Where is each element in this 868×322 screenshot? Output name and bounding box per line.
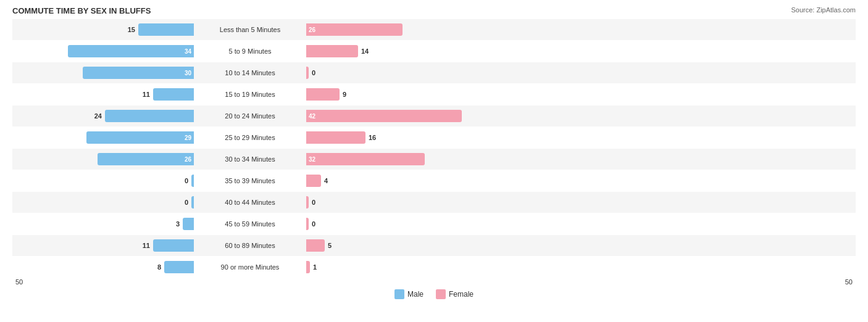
right-section: 0 <box>303 196 488 208</box>
right-section: 5 <box>303 239 488 252</box>
male-value: 11 <box>138 242 150 249</box>
female-value: 1 <box>313 263 325 271</box>
left-section: 0 <box>12 196 198 208</box>
female-bar <box>306 261 310 273</box>
male-value: 15 <box>123 26 135 33</box>
legend-female: Female <box>436 289 474 299</box>
row-label: 25 to 29 Minutes <box>198 134 303 141</box>
chart-row: 26 30 to 34 Minutes 32 <box>12 149 856 170</box>
legend-male-box <box>394 289 404 299</box>
chart-row: 8 90 or more Minutes 1 <box>12 257 856 278</box>
male-bar: 29 <box>86 131 194 144</box>
left-section: 34 <box>12 45 198 57</box>
chart-row: 30 10 to 14 Minutes 0 <box>12 62 856 83</box>
male-bar <box>105 110 194 122</box>
right-section: 1 <box>303 261 488 273</box>
legend-female-label: Female <box>449 290 474 299</box>
female-bar: 42 <box>306 110 462 122</box>
axis-labels: 50 50 <box>12 278 856 286</box>
female-bar <box>306 88 340 101</box>
male-bar <box>164 261 194 273</box>
row-label: 5 to 9 Minutes <box>198 47 303 55</box>
row-label: 35 to 39 Minutes <box>198 177 303 184</box>
male-value: 3 <box>167 220 180 228</box>
male-bar <box>183 218 194 230</box>
row-label: 15 to 19 Minutes <box>198 91 303 98</box>
male-bar <box>153 88 194 101</box>
legend-female-box <box>436 289 446 299</box>
female-value: 5 <box>328 242 340 249</box>
right-section: 16 <box>303 131 488 144</box>
male-value: 11 <box>138 91 150 98</box>
chart-row: 0 40 to 44 Minutes 0 <box>12 192 856 213</box>
axis-right: 50 <box>670 278 856 286</box>
left-section: 24 <box>12 110 198 122</box>
male-bar: 34 <box>68 45 194 57</box>
male-bar: 30 <box>83 67 194 79</box>
right-section: 0 <box>303 67 488 79</box>
male-value: 0 <box>176 199 188 206</box>
right-section: 14 <box>303 45 488 57</box>
legend: Male Female <box>12 289 856 299</box>
chart-row: 11 15 to 19 Minutes 9 <box>12 84 856 105</box>
male-bar: 26 <box>98 153 194 165</box>
female-value: 16 <box>369 134 381 141</box>
male-value: 24 <box>90 112 102 120</box>
right-section: 42 <box>303 110 488 122</box>
female-bar <box>306 131 365 144</box>
female-value: 9 <box>343 91 355 98</box>
legend-male: Male <box>394 289 424 299</box>
male-bar <box>191 196 194 208</box>
chart-title: COMMUTE TIME BY SEX IN BLUFFS <box>12 6 856 15</box>
row-label: 90 or more Minutes <box>198 263 303 271</box>
chart-row: 24 20 to 24 Minutes 42 <box>12 105 856 126</box>
row-label: 60 to 89 Minutes <box>198 242 303 249</box>
male-value-in: 29 <box>185 134 191 141</box>
left-section: 8 <box>12 261 198 273</box>
left-section: 0 <box>12 175 198 187</box>
right-section: 9 <box>303 88 488 101</box>
chart-area: 15 Less than 5 Minutes 26 34 5 to 9 Minu… <box>12 19 856 278</box>
female-bar: 26 <box>306 23 403 36</box>
female-value-in: 26 <box>309 27 315 33</box>
source-text: Source: ZipAtlas.com <box>791 6 856 14</box>
axis-left: 50 <box>12 278 198 286</box>
row-label: 10 to 14 Minutes <box>198 69 303 76</box>
male-bar <box>153 239 194 252</box>
male-value: 8 <box>149 263 161 271</box>
female-bar <box>306 218 309 230</box>
right-section: 0 <box>303 218 488 230</box>
left-section: 11 <box>12 88 198 101</box>
legend-male-label: Male <box>407 290 424 299</box>
row-label: 45 to 59 Minutes <box>198 220 303 228</box>
right-section: 4 <box>303 175 488 187</box>
female-bar <box>306 175 321 187</box>
female-value-in: 32 <box>309 156 315 163</box>
chart-row: 15 Less than 5 Minutes 26 <box>12 19 856 40</box>
left-section: 3 <box>12 218 198 230</box>
left-section: 30 <box>12 67 198 79</box>
male-value: 0 <box>176 177 188 184</box>
row-label: 40 to 44 Minutes <box>198 199 303 206</box>
male-value-in: 34 <box>185 48 191 55</box>
chart-row: 29 25 to 29 Minutes 16 <box>12 127 856 148</box>
row-label: 20 to 24 Minutes <box>198 112 303 120</box>
female-value-in: 42 <box>309 113 315 120</box>
female-bar <box>306 45 358 57</box>
chart-row: 11 60 to 89 Minutes 5 <box>12 235 856 256</box>
female-value: 0 <box>312 69 324 76</box>
female-value: 14 <box>361 47 373 55</box>
chart-container: COMMUTE TIME BY SEX IN BLUFFS Source: Zi… <box>0 0 868 322</box>
female-bar <box>306 196 309 208</box>
left-section: 11 <box>12 239 198 252</box>
left-section: 15 <box>12 23 198 36</box>
female-bar <box>306 67 309 79</box>
chart-row: 34 5 to 9 Minutes 14 <box>12 41 856 62</box>
chart-row: 0 35 to 39 Minutes 4 <box>12 170 856 191</box>
female-bar: 32 <box>306 153 425 165</box>
row-label: Less than 5 Minutes <box>198 26 303 33</box>
female-value: 0 <box>312 220 324 228</box>
female-value: 4 <box>324 177 336 184</box>
chart-row: 3 45 to 59 Minutes 0 <box>12 213 856 234</box>
male-bar <box>138 23 194 36</box>
